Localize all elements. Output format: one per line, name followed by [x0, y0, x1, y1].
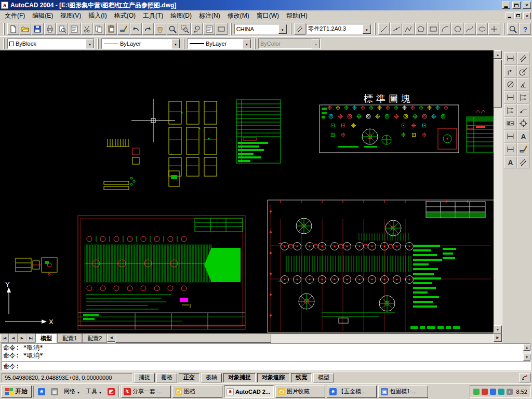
quick-launch-internet-icon[interactable]: e	[36, 386, 47, 397]
lineweight-control-combo[interactable]: ByLayer	[187, 38, 251, 49]
tray-icon[interactable]	[473, 389, 480, 395]
toolbar-grip[interactable]	[290, 23, 291, 35]
menu-file[interactable]: 文件(F)	[1, 10, 29, 21]
toolbar-grip[interactable]	[183, 38, 184, 49]
linetype-control-combo[interactable]: ByLayer	[101, 38, 180, 49]
task-button-hardware[interactable]: e【五金模...	[327, 385, 377, 398]
mdi-restore-button[interactable]	[514, 12, 522, 19]
polyline-button[interactable]	[403, 23, 415, 35]
copy-button[interactable]	[93, 23, 105, 35]
toolbar-grip[interactable]	[374, 23, 376, 35]
first-tab-button[interactable]: |◀	[0, 334, 9, 343]
scroll-down-button[interactable]	[494, 325, 502, 334]
properties-button[interactable]	[203, 23, 215, 35]
pan-button[interactable]	[154, 23, 166, 35]
quick-launch-app-icon[interactable]: ◩	[105, 386, 117, 397]
cut-button[interactable]	[81, 23, 93, 35]
next-tab-button[interactable]: ▶	[18, 334, 26, 343]
scroll-right-button[interactable]	[494, 334, 502, 342]
save-button[interactable]	[32, 23, 44, 35]
rectangle-button[interactable]	[427, 23, 439, 35]
dimension-text-edit-button[interactable]	[517, 130, 529, 142]
scroll-left-button[interactable]	[107, 334, 115, 342]
prev-tab-button[interactable]: ◀	[9, 334, 18, 343]
ortho-toggle[interactable]: 正交	[179, 373, 200, 382]
grid-toggle[interactable]: 栅格	[156, 373, 177, 382]
vertical-scroll-thumb[interactable]	[494, 60, 502, 108]
toolbar-grip[interactable]	[503, 23, 504, 35]
baseline-dimension-button[interactable]	[517, 91, 529, 103]
menu-view[interactable]: 视图(V)	[57, 10, 85, 21]
dim-style-combo[interactable]: 零件2T1.2A0.3	[306, 24, 371, 34]
menu-dimension[interactable]: 标注(N)	[195, 10, 224, 21]
menu-help[interactable]: 帮助(H)	[283, 10, 311, 21]
undo-button[interactable]	[130, 23, 142, 35]
circle-button[interactable]	[451, 23, 463, 35]
restore-button[interactable]	[512, 2, 521, 9]
tolerance-button[interactable]	[504, 117, 516, 129]
coordinate-readout[interactable]: 95.04980820, 2.048893E+03, 0.00000000	[2, 373, 132, 382]
toolbar-grip[interactable]	[254, 38, 256, 49]
angular-dimension-button[interactable]	[517, 78, 529, 90]
vertical-scrollbar[interactable]	[494, 50, 502, 334]
center-mark-button[interactable]	[517, 117, 529, 129]
publish-button[interactable]	[69, 23, 81, 35]
toolbar-grip[interactable]	[230, 23, 232, 35]
distance-button[interactable]	[517, 156, 529, 168]
quick-dimension-button[interactable]	[504, 91, 516, 103]
tray-clock[interactable]: 8:52	[515, 389, 527, 395]
combo-dropdown-button[interactable]	[243, 39, 251, 48]
dimension-edit-button[interactable]	[504, 130, 516, 142]
command-scrollbar[interactable]	[523, 344, 530, 361]
diameter-dimension-button[interactable]	[504, 78, 516, 90]
search-button[interactable]	[507, 23, 519, 35]
mdi-minimize-button[interactable]: ▂	[506, 12, 513, 19]
design-center-button[interactable]	[216, 23, 228, 35]
menu-modify[interactable]: 修改(M)	[224, 10, 253, 21]
model-toggle[interactable]: 模型	[313, 373, 334, 382]
communication-center-button[interactable]	[519, 373, 530, 382]
network-toolbar-button[interactable]: 网络	[62, 386, 82, 397]
tools-toolbar-button[interactable]: 工具	[84, 386, 104, 397]
combo-dropdown-button[interactable]	[278, 24, 287, 34]
minimize-button[interactable]: ▂	[502, 2, 510, 9]
multiline-text-button[interactable]	[504, 156, 516, 168]
task-button-mold[interactable]: ▣包固模1-...	[378, 385, 428, 398]
ellipse-button[interactable]	[476, 23, 488, 35]
dimension-style-button[interactable]	[517, 143, 529, 155]
polar-toggle[interactable]: 极轴	[201, 373, 222, 382]
menu-window[interactable]: 窗口(W)	[253, 10, 283, 21]
otrack-toggle[interactable]: 对象追踪	[257, 373, 289, 382]
match-properties-button[interactable]	[117, 23, 129, 35]
combo-dropdown-button[interactable]	[86, 39, 94, 48]
radius-dimension-button[interactable]	[517, 65, 529, 77]
plot-preview-button[interactable]	[56, 23, 68, 35]
scroll-up-button[interactable]	[523, 344, 530, 351]
horizontal-scroll-track[interactable]	[271, 334, 494, 343]
construction-line-button[interactable]	[390, 23, 402, 35]
menu-insert[interactable]: 插入(I)	[85, 10, 110, 21]
horizontal-scrollbar[interactable]	[107, 334, 502, 343]
help-button[interactable]	[519, 23, 531, 35]
dimension-update-button[interactable]	[504, 143, 516, 155]
snap-toggle[interactable]: 捕捉	[134, 373, 155, 382]
close-button[interactable]: ×	[523, 2, 531, 9]
toolbar-grip[interactable]	[3, 38, 5, 49]
text-style-combo[interactable]: CHINA	[234, 24, 287, 34]
aligned-dimension-button[interactable]	[517, 52, 529, 64]
lineweight-toggle[interactable]: 线宽	[291, 373, 312, 382]
polygon-button[interactable]	[415, 23, 427, 35]
menu-edit[interactable]: 编辑(E)	[29, 10, 57, 21]
command-input[interactable]: 命令:	[1, 362, 531, 370]
arc-button[interactable]	[440, 23, 451, 35]
plot-button[interactable]	[44, 23, 56, 35]
scroll-down-button[interactable]	[523, 354, 530, 361]
tray-icon[interactable]	[482, 389, 488, 395]
menu-format[interactable]: 格式(O)	[111, 10, 139, 21]
tray-icon[interactable]	[490, 389, 496, 395]
toolbar-grip[interactable]	[3, 23, 5, 35]
zoom-window-button[interactable]	[179, 23, 191, 35]
continue-dimension-button[interactable]	[504, 104, 516, 116]
model-space-canvas[interactable]: Y X	[0, 50, 494, 334]
line-button[interactable]	[378, 23, 390, 35]
